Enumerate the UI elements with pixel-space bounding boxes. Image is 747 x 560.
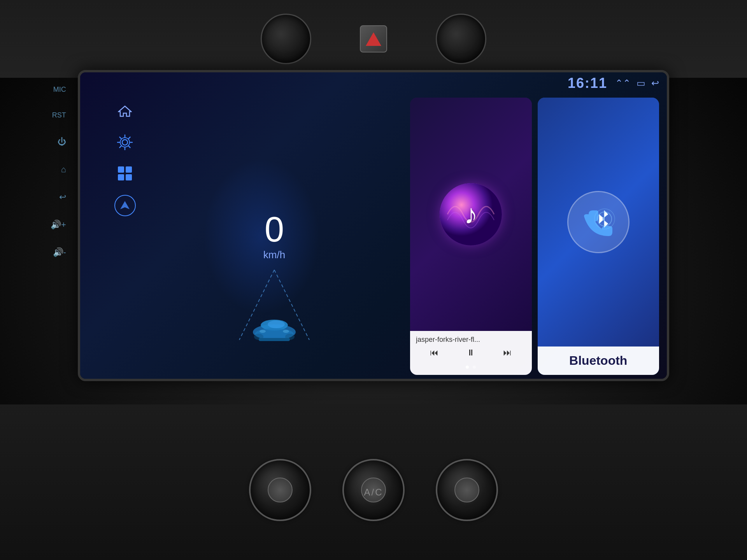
dashboard-area: 0 km/h — [146, 98, 402, 375]
car-interior: MIC RST ⏻ ⌂ ↩ 🔊+ 🔊- 16:11 ⌃⌃ ▭ — [0, 0, 747, 560]
svg-point-8 — [268, 320, 285, 328]
bluetooth-card[interactable]: Bluetooth — [538, 98, 659, 375]
svg-point-2 — [120, 138, 130, 147]
physical-buttons: MIC RST ⏻ ⌂ ↩ 🔊+ 🔊- — [51, 86, 66, 257]
back-phys-icon: ↩ — [59, 192, 66, 202]
dot-1 — [466, 366, 469, 369]
dot-2 — [473, 366, 476, 369]
top-vent-left — [261, 14, 311, 64]
hazard-button[interactable] — [360, 25, 387, 52]
back-phys-button[interactable]: ↩ — [51, 192, 66, 202]
bluetooth-card-icon-area — [538, 98, 659, 346]
time-display: 16:11 — [568, 75, 607, 91]
power-icon: ⏻ — [58, 137, 66, 147]
vol-down-icon: 🔊- — [53, 247, 66, 257]
grid-cell-2 — [126, 166, 132, 173]
cards-area: ♪ jasper-forks-river-fl... ⏮ ⏸ ⏭ — [410, 98, 659, 375]
pause-button[interactable]: ⏸ — [466, 348, 475, 358]
bluetooth-phone-svg — [579, 203, 618, 242]
mic-label: MIC — [53, 86, 66, 94]
status-icons: ⌃⌃ ▭ ↩ — [615, 78, 659, 89]
chevron-up-icon: ⌃⌃ — [615, 78, 631, 89]
main-content: 0 km/h — [80, 94, 667, 379]
rst-label: RST — [52, 111, 66, 119]
svg-rect-14 — [259, 338, 290, 341]
grid-icon — [118, 166, 132, 180]
power-button[interactable]: ⏻ — [51, 137, 66, 147]
rst-button-group: RST — [51, 111, 66, 119]
bluetooth-label: Bluetooth — [569, 354, 627, 368]
bottom-vent-left — [249, 459, 311, 521]
screen-sidebar — [111, 98, 139, 375]
top-vent-right — [436, 14, 486, 64]
svg-marker-3 — [120, 201, 130, 209]
bottom-vents-area: A/C — [0, 404, 747, 560]
window-icon: ▭ — [637, 78, 645, 89]
sidebar-home-top[interactable] — [115, 102, 135, 121]
status-bar: 16:11 ⌃⌃ ▭ ↩ — [80, 72, 667, 94]
svg-marker-0 — [119, 106, 131, 116]
grid-cell-1 — [118, 166, 124, 173]
top-vents-area — [0, 0, 747, 78]
music-card[interactable]: ♪ jasper-forks-river-fl... ⏮ ⏸ ⏭ — [410, 98, 532, 375]
track-name: jasper-forks-river-fl... — [416, 336, 526, 344]
grid-cell-3 — [118, 174, 124, 180]
vol-up-icon: 🔊+ — [51, 220, 66, 230]
screen-bezel: 16:11 ⌃⌃ ▭ ↩ — [78, 70, 669, 381]
speed-unit: km/h — [263, 249, 285, 261]
prev-button[interactable]: ⏮ — [430, 348, 438, 358]
bluetooth-icon-circle — [567, 191, 630, 253]
music-card-controls: jasper-forks-river-fl... ⏮ ⏸ ⏭ — [410, 331, 532, 362]
next-button[interactable]: ⏭ — [503, 348, 512, 358]
home-phys-button[interactable]: ⌂ — [51, 164, 66, 175]
album-art: ♪ — [440, 183, 502, 245]
music-note-icon: ♪ — [464, 199, 478, 230]
home-phys-icon: ⌂ — [61, 164, 66, 175]
bluetooth-card-label-area: Bluetooth — [538, 346, 659, 375]
screen: 16:11 ⌃⌃ ▭ ↩ — [80, 72, 667, 379]
ac-label: A/C — [364, 487, 383, 498]
grid-cell-4 — [126, 174, 132, 180]
mic-button-group: MIC — [51, 86, 66, 94]
music-controls-bar: ⏮ ⏸ ⏭ — [416, 348, 526, 358]
vol-down-button[interactable]: 🔊- — [51, 247, 66, 257]
sidebar-navigation[interactable] — [114, 195, 136, 216]
svg-point-1 — [122, 140, 128, 145]
dots-indicator — [410, 362, 532, 372]
music-card-artwork-area: ♪ — [410, 98, 532, 331]
sidebar-apps[interactable] — [115, 164, 135, 183]
speed-display: 0 km/h — [263, 212, 285, 261]
dots-container — [410, 362, 532, 375]
sidebar-settings[interactable] — [115, 133, 135, 152]
back-nav-icon[interactable]: ↩ — [651, 78, 659, 89]
bottom-vent-right — [436, 459, 498, 521]
vol-up-button[interactable]: 🔊+ — [51, 220, 66, 230]
hazard-triangle-icon — [366, 32, 381, 46]
speed-value: 0 — [263, 212, 285, 247]
